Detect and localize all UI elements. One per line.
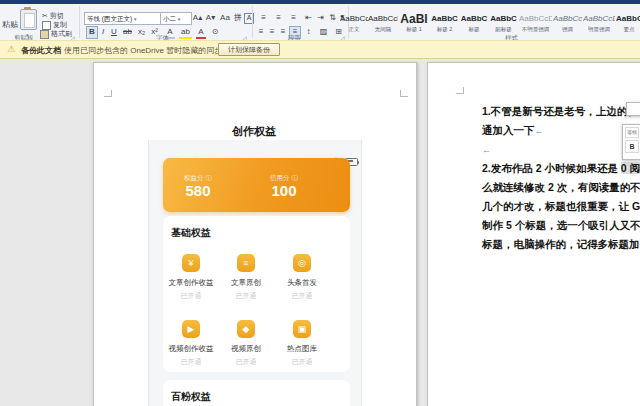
style-list-paragraph[interactable]: AaBbC要点 — [616, 12, 640, 39]
shrink-font-button[interactable]: A▾ — [204, 12, 217, 23]
banner-action-button[interactable]: 计划保障备份 — [218, 43, 280, 56]
numbering-button[interactable]: ≡ — [272, 12, 285, 23]
align-center-button[interactable]: ≡ — [267, 26, 277, 37]
paragraph-mark: ← — [535, 126, 544, 136]
mini-toolbar-fragment[interactable] — [626, 102, 640, 116]
margin-crop-mark — [104, 96, 112, 97]
font-color-button[interactable]: A — [196, 26, 206, 39]
style-heading2[interactable]: AaBbC标题 2 — [430, 12, 459, 39]
section-title-basic: 基础权益 — [171, 226, 211, 240]
increase-indent-button[interactable]: ⇥ — [315, 12, 326, 23]
ribbon-home-tab: 粘贴 ▾ ✂ 剪切 复制 格式刷 剪贴板 ◿ 等线 (西文正文) ▾ 小二 ▾ … — [0, 4, 640, 41]
style-no-spacing[interactable]: AaBbCcD无间隔 — [368, 12, 398, 39]
stat-credit-score: 信用分 ⓘ 100 — [252, 174, 316, 200]
enclose-character-button[interactable]: ⊙ — [210, 26, 220, 37]
status-badge: 已开通 — [163, 357, 219, 367]
doc-line-4[interactable]: 2.发布作品 2 小时候如果还是 0 阅 — [482, 159, 640, 178]
benefit-article-original: ≡ 文章原创 已开通 — [218, 254, 274, 301]
document-canvas: 晚上9:18丨14.9K/s ♡↑ ‹ 创作权益 权益分 ⓘ 580 信用分 ⓘ… — [0, 57, 640, 406]
margin-crop-mark — [400, 96, 408, 97]
highlighted-text: 0 阅 — [621, 162, 640, 174]
format-painter-button[interactable]: 格式刷 — [40, 28, 72, 39]
benefit-score-card: 权益分 ⓘ 580 信用分 ⓘ 100 — [163, 158, 350, 212]
paste-button[interactable] — [20, 9, 37, 30]
status-badge: 已开通 — [274, 357, 330, 367]
highlight-color-button[interactable]: ab — [179, 26, 192, 39]
benefit-score-value: 580 — [166, 182, 230, 200]
stat-benefit-score: 权益分 ⓘ 580 — [166, 174, 230, 200]
chevron-down-icon: ▾ — [178, 16, 181, 22]
group-divider — [79, 6, 80, 38]
italic-button[interactable]: I — [99, 26, 107, 37]
info-icon: ⓘ — [205, 174, 212, 181]
word-window: 粘贴 ▾ ✂ 剪切 复制 格式刷 剪贴板 ◿ 等线 (西文正文) ▾ 小二 ▾ … — [0, 0, 640, 406]
credit-score-value: 100 — [252, 182, 316, 200]
doc-line-5[interactable]: 么就连续修改 2 次，有阅读量的不 — [482, 178, 640, 197]
headline-first-icon: ◎ — [293, 254, 311, 272]
banner-title: 备份此文档 — [21, 45, 61, 56]
group-divider — [252, 6, 253, 38]
doc-line-7[interactable]: 制作 5 个标题，选一个吸引人又不 — [482, 216, 640, 235]
margin-crop-mark — [456, 93, 464, 94]
basic-benefits-card: 基础权益 ¥ 文章创作收益 已开通 ≡ 文章原创 已开通 ◎ 头条首发 已开通 … — [163, 216, 350, 372]
chevron-down-icon: ▾ — [134, 16, 137, 22]
line-spacing-button[interactable]: ↕ — [302, 26, 315, 37]
mini-bold-button[interactable]: B — [625, 140, 639, 153]
change-case-button[interactable]: Aa — [218, 12, 232, 23]
info-icon: ⓘ — [291, 174, 298, 181]
doc-line-8[interactable]: 标题，电脑操作的，记得多标题加 — [482, 235, 640, 254]
multilevel-list-button[interactable]: ≡ — [287, 12, 300, 23]
status-badge: 已开通 — [218, 357, 274, 367]
clipboard-clip — [24, 7, 31, 10]
font-size-select[interactable]: 小二 ▾ — [160, 12, 192, 25]
bold-button[interactable]: B — [86, 26, 98, 39]
benefit-article-income: ¥ 文章创作收益 已开通 — [163, 254, 219, 301]
style-normal[interactable]: AaBbCcD正文 — [340, 12, 368, 39]
underline-button[interactable]: U — [109, 26, 119, 37]
doc-line-3[interactable]: ← — [482, 140, 491, 159]
subscript-button[interactable]: x₂ — [135, 26, 148, 37]
phone-page-title: 创作权益 — [148, 124, 360, 139]
style-subtle-emphasis[interactable]: AaBbCcD不明显强调 — [519, 12, 552, 39]
paragraph-mark: ← — [482, 145, 491, 155]
paragraph-shading-button[interactable]: ▨ — [317, 26, 330, 37]
video-original-icon: ◆ — [237, 320, 255, 338]
mini-format-toolbar[interactable]: 等线 B — [622, 124, 640, 160]
fans-benefits-card: 百粉权益 — [163, 380, 350, 406]
video-income-icon: ▶ — [182, 320, 200, 338]
paste-label[interactable]: 粘贴 — [2, 19, 18, 30]
grow-font-button[interactable]: A▴ — [191, 12, 204, 23]
status-badge: 已开通 — [274, 291, 330, 301]
decrease-indent-button[interactable]: ⇤ — [303, 12, 314, 23]
hot-gallery-icon: ▣ — [293, 320, 311, 338]
benefit-headline-first: ◎ 头条首发 已开通 — [274, 254, 330, 301]
status-badge: 已开通 — [218, 291, 274, 301]
benefit-video-income: ▶ 视频创作收益 已开通 — [163, 320, 219, 367]
article-original-icon: ≡ — [237, 254, 255, 272]
font-name-select[interactable]: 等线 (西文正文) ▾ — [84, 12, 162, 25]
style-heading1[interactable]: AaBl标题 1 — [399, 12, 429, 39]
phonetic-guide-button[interactable]: 拼 — [233, 12, 243, 23]
warning-icon: ⚠ — [7, 44, 15, 54]
benefit-video-original: ◆ 视频原创 已开通 — [218, 320, 274, 367]
doc-line-2[interactable]: 通加入一下← — [482, 121, 544, 140]
mini-font-box[interactable]: 等线 — [625, 127, 639, 138]
format-painter-icon — [40, 30, 49, 39]
doc-line-1[interactable]: 1.不管是新号还是老号，上边的权 — [482, 102, 638, 121]
style-intense-emphasis[interactable]: AaBbCcD明显强调 — [583, 12, 615, 39]
align-right-button[interactable]: ≡ — [278, 26, 288, 37]
align-left-button[interactable]: ≡ — [256, 26, 266, 37]
doc-line-6[interactable]: 几个的才改，标题也很重要，让 G — [482, 197, 640, 216]
status-badge: 已开通 — [163, 291, 219, 301]
style-title[interactable]: AaBbC标题 — [460, 12, 488, 39]
article-income-icon: ¥ — [182, 254, 200, 272]
cut-icon: ✂ — [42, 12, 48, 19]
strikethrough-button[interactable]: ab — [121, 26, 134, 37]
benefit-hot-gallery: ▣ 热点图库 已开通 — [274, 320, 330, 367]
bullets-button[interactable]: ≡ — [257, 12, 270, 23]
section-title-fans: 百粉权益 — [171, 390, 211, 404]
sort-button[interactable]: ⇅ — [327, 12, 338, 23]
style-emphasis[interactable]: AaBbCcD强调 — [553, 12, 582, 39]
clipboard-sheet — [24, 13, 35, 28]
